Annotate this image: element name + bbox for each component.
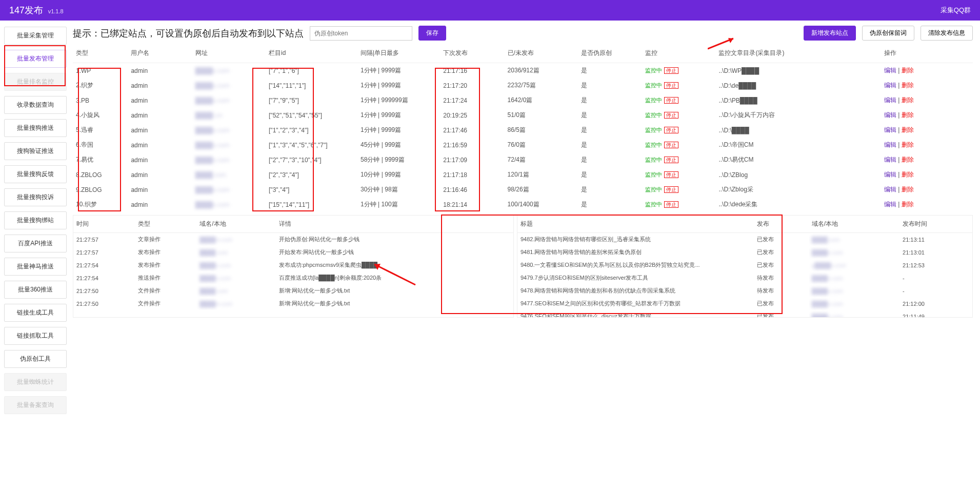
sidebar-item-13[interactable]: 链接抓取工具 [4,327,67,345]
cell-user: admin [128,152,192,167]
cell-interval: 10分钟 | 999篇 [357,167,440,182]
cell-url: ████o.com [192,123,266,138]
col-header: 操作 [881,44,973,63]
log-row: 21:27:50文件操作████m.com新增:网站优化一般多少钱.txt [73,297,513,310]
app-version: v1.1.8 [48,8,64,14]
cell-ops: 编辑 | 删除 [881,182,973,197]
cell-next: 20:19:25 [440,108,504,123]
table-row[interactable]: 3.PBadmin████o.com["7","9","5"]1分钟 | 999… [73,93,973,108]
cell-url: ████i.cn [192,108,266,123]
delete-link[interactable]: 删除 [902,96,914,104]
stop-button[interactable]: 停止 [664,97,678,104]
cell-next: 21:16:59 [440,138,504,152]
stop-button[interactable]: 停止 [664,82,678,89]
log-row: 9480.一文看懂SEO和SEM的关系与区别,以及你的B2B外贸独立站究竟...… [517,259,972,271]
topbar: 147发布 v1.1.8 采集QQ群 [0,0,980,21]
table-row[interactable]: 10.织梦admin████o.com["15","14","11"]1分钟 |… [73,197,973,212]
table-row[interactable]: 5.迅睿admin████o.com["1","2","3","4"]1分钟 |… [73,123,973,138]
stop-button[interactable]: 停止 [664,142,678,148]
delete-link[interactable]: 删除 [902,156,914,163]
cell-type: 3.PB [73,93,128,108]
cell-type: 8.ZBLOG [73,167,128,182]
sidebar-item-8[interactable]: 批量搜狗绑站 [4,211,67,229]
cell-pub: 120/1篇 [505,167,578,182]
edit-link[interactable]: 编辑 [884,141,896,148]
edit-link[interactable]: 编辑 [884,156,896,163]
cell-url: ████o.com [192,182,266,197]
stop-button[interactable]: 停止 [664,127,678,133]
cell-ops: 编辑 | 删除 [881,152,973,167]
sidebar-item-12[interactable]: 链接生成工具 [4,304,67,322]
table-row[interactable]: 4.小旋风admin████i.cn["52","51","54","55"]1… [73,108,973,123]
cell-ops: 编辑 | 删除 [881,138,973,152]
delete-link[interactable]: 删除 [902,171,914,178]
stop-button[interactable]: 停止 [664,171,678,178]
col-header: 详情 [276,216,513,233]
sidebar-item-10[interactable]: 批量神马推送 [4,258,67,276]
cell-colid: ["2","7","3","10","4"] [266,152,357,167]
sites-table: 类型用户名网址栏目id间隔|单日最多下次发布已/未发布是否伪原创监控监控文章目录… [73,44,973,212]
delete-link[interactable]: 删除 [902,82,914,89]
stop-button[interactable]: 停止 [664,157,678,163]
delete-link[interactable]: 删除 [902,67,914,74]
cell-colid: ["2","3","4"] [266,167,357,182]
sidebar-item-5[interactable]: 搜狗验证推送 [4,142,67,160]
cell-ops: 编辑 | 删除 [881,78,973,93]
cell-pub: 72/4篇 [505,152,578,167]
cell-url: ████o.com [192,63,266,79]
cell-pub: 2232/75篇 [505,78,578,93]
sidebar-item-6[interactable]: 批量搜狗反馈 [4,165,67,183]
edit-link[interactable]: 编辑 [884,111,896,119]
edit-link[interactable]: 编辑 [884,126,896,133]
table-row[interactable]: 1.WPadmin████o.com["7","1","6"]1分钟 | 999… [73,63,973,79]
table-row[interactable]: 2.织梦admin████o.com["14","11","1"]1分钟 | 9… [73,78,973,93]
sidebar-item-11[interactable]: 批量360推送 [4,281,67,299]
col-header: 域名/本地 [196,216,275,233]
keep-word-button[interactable]: 伪原创保留词 [862,26,914,41]
table-row[interactable]: 6.帝国admin████o.com["1","3","4","5","6","… [73,138,973,152]
pseudo-token-input[interactable] [310,26,412,41]
sidebar-item-9[interactable]: 百度API推送 [4,235,67,252]
cell-next: 21:17:18 [440,167,504,182]
cell-pub: 2036/912篇 [505,63,578,79]
cell-pseudo: 是 [578,167,642,182]
clear-info-button[interactable]: 清除发布信息 [921,26,973,41]
table-row[interactable]: 9.ZBLOGadmin████o.com["3","4"]30分钟 | 98篇… [73,182,973,197]
stop-button[interactable]: 停止 [664,186,678,193]
stop-button[interactable]: 停止 [664,67,678,74]
edit-link[interactable]: 编辑 [884,96,896,104]
delete-link[interactable]: 删除 [902,201,914,208]
table-row[interactable]: 8.ZBLOGadmin████.com["2","3","4"]10分钟 | … [73,167,973,182]
delete-link[interactable]: 删除 [902,111,914,119]
cell-dir: ..\D:\WP████ [715,63,881,79]
sidebar-item-0[interactable]: 批量采集管理 [4,27,67,45]
cell-dir: ..\D:\dede采集 [715,197,881,212]
delete-link[interactable]: 删除 [902,126,914,133]
edit-link[interactable]: 编辑 [884,67,896,74]
sidebar-item-1[interactable]: 批量发布管理 [4,50,67,68]
delete-link[interactable]: 删除 [902,186,914,193]
delete-link[interactable]: 删除 [902,141,914,148]
cell-dir: ..\D:\ZBlog [715,167,881,182]
edit-link[interactable]: 编辑 [884,186,896,193]
qq-group-link[interactable]: 采集QQ群 [941,6,971,15]
sidebar-item-3[interactable]: 收录数据查询 [4,96,67,114]
sidebar-item-7[interactable]: 批量搜狗投诉 [4,188,67,206]
stop-button[interactable]: 停止 [664,201,678,208]
sidebar-item-14[interactable]: 伪原创工具 [4,350,67,368]
cell-dir: ..\D:\PB████ [715,93,881,108]
col-header: 发布 [754,216,808,233]
sidebar-item-4[interactable]: 批量搜狗推送 [4,119,67,137]
cell-monitor: 监控中停止 [642,138,715,152]
edit-link[interactable]: 编辑 [884,171,896,178]
edit-link[interactable]: 编辑 [884,82,896,89]
edit-link[interactable]: 编辑 [884,201,896,208]
add-site-button[interactable]: 新增发布站点 [804,26,856,41]
sidebar-item-16: 批量备案查询 [4,396,67,414]
cell-user: admin [128,167,192,182]
save-button[interactable]: 保存 [418,26,446,41]
stop-button[interactable]: 停止 [664,112,678,119]
cell-pub: 1642/0篇 [505,93,578,108]
cell-interval: 58分钟 | 9999篇 [357,152,440,167]
table-row[interactable]: 7.易优admin████o.com["2","7","3","10","4"]… [73,152,973,167]
